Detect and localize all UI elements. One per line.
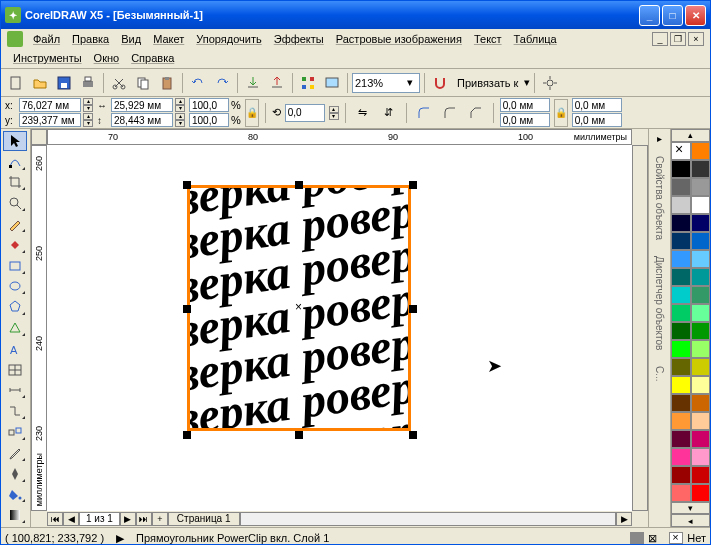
- color-swatch[interactable]: [691, 484, 711, 502]
- handle-tl[interactable]: [183, 181, 191, 189]
- width-input[interactable]: [111, 98, 173, 112]
- table-tool[interactable]: [3, 360, 27, 380]
- app-launcher-button[interactable]: [297, 72, 319, 94]
- mdi-close[interactable]: ×: [688, 32, 704, 46]
- menu-layout[interactable]: Макет: [147, 31, 190, 47]
- color-swatch[interactable]: [691, 160, 711, 178]
- color-swatch[interactable]: [691, 250, 711, 268]
- corner-tr-input[interactable]: [572, 98, 622, 112]
- new-button[interactable]: [5, 72, 27, 94]
- color-swatch[interactable]: [671, 340, 691, 358]
- palette-flyout[interactable]: ◂: [671, 514, 710, 527]
- smart-fill-tool[interactable]: [3, 235, 27, 255]
- zoom-input[interactable]: [355, 77, 403, 89]
- height-input[interactable]: [111, 113, 173, 127]
- menu-bitmaps[interactable]: Растровые изображения: [330, 31, 468, 47]
- color-swatch[interactable]: [691, 412, 711, 430]
- color-swatch[interactable]: [691, 196, 711, 214]
- dimension-tool[interactable]: [3, 381, 27, 401]
- handle-ml[interactable]: [183, 305, 191, 313]
- interactive-tool[interactable]: [3, 422, 27, 442]
- w-spinner[interactable]: ▴▾: [175, 98, 185, 112]
- ellipse-tool[interactable]: [3, 277, 27, 297]
- corner-chamfer-button[interactable]: [465, 102, 487, 124]
- pick-tool[interactable]: [3, 131, 27, 151]
- scroll-right[interactable]: ▶: [616, 512, 632, 526]
- color-swatch[interactable]: [691, 214, 711, 232]
- menu-effects[interactable]: Эффекты: [268, 31, 330, 47]
- welcome-button[interactable]: [321, 72, 343, 94]
- menu-table[interactable]: Таблица: [508, 31, 563, 47]
- ruler-horizontal[interactable]: 70 80 90 100 миллиметры: [47, 129, 632, 145]
- color-swatch[interactable]: [671, 178, 691, 196]
- polygon-tool[interactable]: [3, 297, 27, 317]
- scrollbar-horizontal[interactable]: [240, 512, 616, 526]
- palette-down[interactable]: ▾: [671, 502, 710, 515]
- color-swatch[interactable]: [691, 376, 711, 394]
- color-swatch[interactable]: [691, 430, 711, 448]
- docker-object-properties[interactable]: Свойства объекта: [652, 152, 667, 244]
- crop-tool[interactable]: [3, 173, 27, 193]
- color-swatch[interactable]: [671, 232, 691, 250]
- save-button[interactable]: [53, 72, 75, 94]
- color-swatch[interactable]: [671, 160, 691, 178]
- color-swatch[interactable]: [671, 268, 691, 286]
- maximize-button[interactable]: □: [662, 5, 683, 26]
- corner-round-button[interactable]: [413, 102, 435, 124]
- freehand-tool[interactable]: [3, 214, 27, 234]
- handle-br[interactable]: [409, 431, 417, 439]
- y-input[interactable]: [19, 113, 81, 127]
- menu-edit[interactable]: Правка: [66, 31, 115, 47]
- color-swatch[interactable]: [691, 178, 711, 196]
- color-swatch[interactable]: [671, 286, 691, 304]
- menu-window[interactable]: Окно: [88, 50, 126, 66]
- scrollbar-vertical[interactable]: [632, 145, 648, 511]
- docker-more[interactable]: С...: [652, 362, 667, 386]
- color-swatch[interactable]: [691, 142, 711, 160]
- undo-button[interactable]: [187, 72, 209, 94]
- zoom-dropdown-icon[interactable]: ▾: [403, 76, 417, 89]
- corner-scallop-button[interactable]: [439, 102, 461, 124]
- x-spinner[interactable]: ▴▾: [83, 98, 93, 112]
- shape-tool[interactable]: [3, 152, 27, 172]
- scale-y-input[interactable]: [189, 113, 229, 127]
- zoom-tool[interactable]: [3, 193, 27, 213]
- color-swatch[interactable]: [691, 286, 711, 304]
- close-button[interactable]: ✕: [685, 5, 706, 26]
- color-swatch[interactable]: [691, 358, 711, 376]
- snap-button[interactable]: [429, 72, 451, 94]
- fill-tool[interactable]: [3, 485, 27, 505]
- rectangle-tool[interactable]: [3, 256, 27, 276]
- handle-mr[interactable]: [409, 305, 417, 313]
- eyedropper-tool[interactable]: [3, 443, 27, 463]
- color-swatch[interactable]: [671, 322, 691, 340]
- rotation-input[interactable]: [285, 104, 325, 122]
- color-swatch[interactable]: [671, 484, 691, 502]
- color-swatch[interactable]: [671, 430, 691, 448]
- menu-help[interactable]: Справка: [125, 50, 180, 66]
- color-swatch[interactable]: [691, 268, 711, 286]
- mirror-v-button[interactable]: ⇵: [378, 102, 400, 124]
- menu-view[interactable]: Вид: [115, 31, 147, 47]
- interactive-fill-tool[interactable]: [3, 505, 27, 525]
- copy-button[interactable]: [132, 72, 154, 94]
- handle-tm[interactable]: [295, 181, 303, 189]
- corner-tl-input[interactable]: [500, 98, 550, 112]
- color-swatch[interactable]: [671, 358, 691, 376]
- x-input[interactable]: [19, 98, 81, 112]
- ruler-vertical[interactable]: 260 250 240 230 миллиметры: [31, 145, 47, 511]
- color-swatch[interactable]: [671, 196, 691, 214]
- mdi-restore[interactable]: ❐: [670, 32, 686, 46]
- handle-tr[interactable]: [409, 181, 417, 189]
- color-swatch[interactable]: [671, 142, 691, 160]
- h-spinner[interactable]: ▴▾: [175, 113, 185, 127]
- color-swatch[interactable]: [671, 214, 691, 232]
- color-swatch[interactable]: [691, 232, 711, 250]
- color-swatch[interactable]: [671, 466, 691, 484]
- color-swatch[interactable]: [671, 250, 691, 268]
- snap-dropdown-icon[interactable]: ▾: [524, 76, 530, 89]
- color-swatch[interactable]: [671, 394, 691, 412]
- page-tab-1[interactable]: Страница 1: [168, 512, 240, 526]
- mdi-minimize[interactable]: _: [652, 32, 668, 46]
- menu-file[interactable]: Файл: [27, 31, 66, 47]
